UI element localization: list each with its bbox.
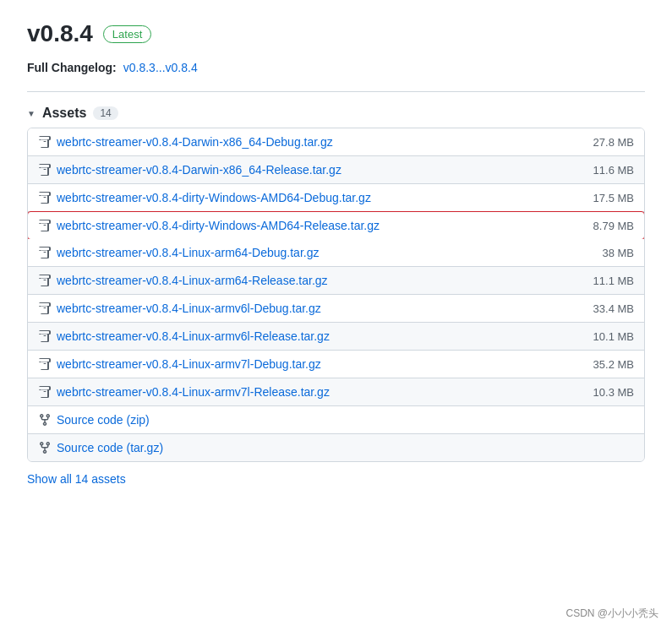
- asset-left: webrtc-streamer-v0.8.4-Darwin-x86_64-Deb…: [38, 135, 333, 149]
- asset-size: 27.8 MB: [593, 136, 634, 149]
- archive-icon: [38, 302, 52, 315]
- archive-icon: [38, 163, 52, 177]
- asset-left: webrtc-streamer-v0.8.4-Darwin-x86_64-Rel…: [38, 163, 341, 177]
- asset-size: 10.1 MB: [593, 330, 634, 343]
- archive-icon: [38, 385, 52, 399]
- asset-link[interactable]: webrtc-streamer-v0.8.4-Linux-armv6l-Debu…: [57, 302, 321, 315]
- source-icon: [38, 413, 52, 427]
- asset-link[interactable]: webrtc-streamer-v0.8.4-Darwin-x86_64-Rel…: [57, 163, 341, 177]
- asset-size: 11.1 MB: [593, 275, 634, 287]
- archive-icon: [38, 274, 52, 287]
- archive-icon: [38, 246, 52, 259]
- asset-link[interactable]: webrtc-streamer-v0.8.4-Linux-armv7l-Debu…: [57, 357, 321, 371]
- asset-link[interactable]: webrtc-streamer-v0.8.4-dirty-Windows-AMD…: [57, 191, 371, 204]
- version-header: v0.8.4 Latest: [27, 20, 645, 47]
- asset-size: 11.6 MB: [593, 164, 634, 177]
- asset-left: Source code (zip): [38, 413, 150, 427]
- version-title: v0.8.4: [27, 20, 93, 47]
- asset-left: webrtc-streamer-v0.8.4-dirty-Windows-AMD…: [38, 219, 380, 232]
- asset-size: 10.3 MB: [593, 386, 634, 399]
- asset-size: 38 MB: [602, 247, 634, 259]
- asset-row: webrtc-streamer-v0.8.4-Linux-arm64-Debug…: [28, 239, 644, 267]
- show-all-assets-link[interactable]: Show all 14 assets: [27, 472, 126, 486]
- assets-header[interactable]: ▼ Assets 14: [27, 106, 645, 121]
- asset-link[interactable]: Source code (tar.gz): [57, 441, 163, 454]
- asset-link[interactable]: webrtc-streamer-v0.8.4-Linux-arm64-Debug…: [57, 246, 319, 259]
- archive-icon: [38, 357, 52, 371]
- asset-left: webrtc-streamer-v0.8.4-Linux-armv6l-Debu…: [38, 302, 321, 315]
- asset-row: Source code (zip): [28, 406, 644, 434]
- asset-row: webrtc-streamer-v0.8.4-Linux-armv6l-Rele…: [28, 323, 644, 351]
- changelog-link[interactable]: v0.8.3...v0.8.4: [123, 61, 198, 74]
- triangle-icon: ▼: [27, 109, 36, 118]
- archive-icon: [38, 191, 52, 204]
- assets-label: Assets: [42, 106, 86, 121]
- asset-link[interactable]: webrtc-streamer-v0.8.4-Linux-armv7l-Rele…: [57, 385, 330, 399]
- asset-row: webrtc-streamer-v0.8.4-Linux-armv7l-Rele…: [28, 378, 644, 406]
- asset-link[interactable]: webrtc-streamer-v0.8.4-Darwin-x86_64-Deb…: [57, 135, 333, 149]
- asset-row: webrtc-streamer-v0.8.4-Linux-armv7l-Debu…: [28, 351, 644, 378]
- assets-section: ▼ Assets 14 webrtc-streamer-v0.8.4-Darwi…: [27, 106, 645, 462]
- asset-row: webrtc-streamer-v0.8.4-dirty-Windows-AMD…: [27, 211, 645, 240]
- asset-row: webrtc-streamer-v0.8.4-Linux-arm64-Relea…: [28, 267, 644, 295]
- archive-icon: [38, 219, 52, 232]
- asset-size: 17.5 MB: [593, 192, 634, 204]
- asset-link[interactable]: Source code (zip): [57, 413, 150, 427]
- asset-row: Source code (tar.gz): [28, 434, 644, 461]
- latest-badge: Latest: [103, 25, 151, 43]
- asset-link[interactable]: webrtc-streamer-v0.8.4-Linux-armv6l-Rele…: [57, 329, 330, 343]
- assets-table: webrtc-streamer-v0.8.4-Darwin-x86_64-Deb…: [27, 128, 645, 462]
- asset-size: 35.2 MB: [593, 358, 634, 371]
- changelog-row: Full Changelog: v0.8.3...v0.8.4: [27, 61, 645, 74]
- asset-left: webrtc-streamer-v0.8.4-Linux-armv7l-Rele…: [38, 385, 330, 399]
- archive-icon: [38, 135, 52, 149]
- asset-row: webrtc-streamer-v0.8.4-Darwin-x86_64-Rel…: [28, 156, 644, 184]
- asset-size: 33.4 MB: [593, 302, 634, 315]
- source-icon: [38, 441, 52, 454]
- asset-row: webrtc-streamer-v0.8.4-Darwin-x86_64-Deb…: [28, 128, 644, 156]
- assets-count-badge: 14: [93, 106, 117, 120]
- asset-left: Source code (tar.gz): [38, 441, 163, 454]
- asset-link[interactable]: webrtc-streamer-v0.8.4-Linux-arm64-Relea…: [57, 274, 328, 287]
- divider: [27, 91, 645, 92]
- changelog-label: Full Changelog:: [27, 61, 117, 74]
- asset-row: webrtc-streamer-v0.8.4-Linux-armv6l-Debu…: [28, 295, 644, 323]
- asset-link[interactable]: webrtc-streamer-v0.8.4-dirty-Windows-AMD…: [57, 219, 380, 232]
- archive-icon: [38, 329, 52, 343]
- asset-left: webrtc-streamer-v0.8.4-dirty-Windows-AMD…: [38, 191, 371, 204]
- asset-left: webrtc-streamer-v0.8.4-Linux-armv6l-Rele…: [38, 329, 330, 343]
- asset-left: webrtc-streamer-v0.8.4-Linux-armv7l-Debu…: [38, 357, 321, 371]
- asset-left: webrtc-streamer-v0.8.4-Linux-arm64-Relea…: [38, 274, 328, 287]
- asset-left: webrtc-streamer-v0.8.4-Linux-arm64-Debug…: [38, 246, 319, 259]
- asset-size: 8.79 MB: [593, 220, 634, 232]
- asset-row: webrtc-streamer-v0.8.4-dirty-Windows-AMD…: [28, 184, 644, 212]
